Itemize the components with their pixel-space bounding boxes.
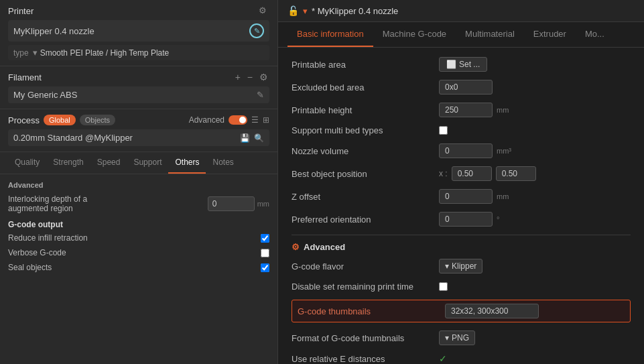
filament-gear-button[interactable]: ⚙ [258,72,269,82]
filament-add-button[interactable]: + [234,72,242,82]
filament-section: Filament + − ⚙ My Generic ABS ✎ [0,66,277,109]
support-multi-label: Support multi bed types [292,125,439,135]
objects-tag[interactable]: Objects [80,115,115,125]
x-label: x : [439,169,448,178]
process-list-icon[interactable]: ☰ [251,115,259,125]
gcode-flavor-dropdown-icon: ▾ [445,261,449,271]
best-object-x-input[interactable] [452,166,492,181]
best-object-y-input[interactable] [496,166,536,181]
disable-remaining-row: Disable set remaining print time [292,282,631,292]
verbose-gcode-label: Verbose G-code [8,248,261,257]
left-tabs: Quality Strength Speed Support Others No… [0,152,277,174]
tab-others[interactable]: Others [168,152,206,174]
disable-remaining-label: Disable set remaining print time [292,282,439,292]
advanced-toggle-label: Advanced [189,115,224,125]
tab-support[interactable]: Support [127,152,168,174]
right-title: * MyKlipper 0.4 nozzle [312,6,398,16]
tab-multimaterial[interactable]: Multimaterial [456,22,524,47]
right-content: Printable area ⬜ Set ... Excluded bed ar… [278,48,644,364]
process-label: Process [8,115,40,125]
right-titlebar: 🔓 ▾ * MyKlipper 0.4 nozzle [278,0,644,22]
excluded-bed-label: Excluded bed area [292,82,439,93]
use-relative-row: Use relative E distances ✓ [292,353,631,364]
nozzle-volume-input[interactable] [439,143,493,158]
excluded-bed-row: Excluded bed area [292,80,631,95]
excluded-bed-input[interactable] [439,80,493,95]
printable-area-value: ⬜ Set ... [439,57,487,72]
interlocking-label: Interlocking depth of a augmented region [8,194,208,213]
filament-row[interactable]: My Generic ABS ✎ [8,86,269,103]
z-offset-value: mm [439,189,509,204]
disable-remaining-checkbox[interactable] [439,282,448,291]
right-panel: 🔓 ▾ * MyKlipper 0.4 nozzle Basic informa… [278,0,644,364]
tab-machine-gcode[interactable]: Machine G-code [373,22,456,47]
nozzle-volume-label: Nozzle volume [292,146,439,156]
nozzle-volume-unit: mm³ [497,147,511,155]
advanced-section: ⚙ Advanced G-code flavor ▾ Klipper Disab… [292,242,631,364]
z-offset-row: Z offset mm [292,189,631,204]
interlocking-setting-row: Interlocking depth of a augmented region… [8,194,269,213]
format-dropdown-icon: ▾ [445,333,449,343]
use-relative-value: ✓ [439,353,447,364]
printer-section-header: Printer ⚙ [8,5,269,16]
tab-basic-info[interactable]: Basic information [287,22,373,47]
preferred-orientation-input[interactable] [439,212,493,227]
tab-notes[interactable]: Notes [206,152,240,174]
verbose-gcode-row: Verbose G-code [8,248,269,257]
left-panel: Printer ⚙ MyKlipper 0.4 nozzle ✎ type ▾ … [0,0,278,364]
process-grid-icon[interactable]: ⊞ [263,115,269,125]
z-offset-label: Z offset [292,192,439,202]
gcode-thumbnails-label: G-code thumbnails [298,306,445,316]
divider [292,235,631,235]
seal-objects-checkbox[interactable] [261,263,269,272]
support-multi-checkbox[interactable] [439,126,448,135]
printer-gear-icon[interactable]: ⚙ [259,5,269,16]
set-button[interactable]: ⬜ Set ... [439,57,487,72]
tab-quality[interactable]: Quality [8,152,46,174]
reduce-infill-checkbox[interactable] [261,234,269,243]
global-tag[interactable]: Global [44,115,76,125]
printable-height-input[interactable] [439,103,493,117]
printable-height-row: Printable height mm [292,103,631,117]
filament-title: Filament [8,72,42,82]
interlocking-input[interactable] [208,196,255,211]
advanced-section-title: ⚙ Advanced [292,242,631,252]
best-object-row: Best object position x : [292,166,631,181]
disable-remaining-value [439,282,448,291]
gcode-thumbnails-input[interactable] [445,304,539,318]
filament-name: My Generic ABS [13,90,77,100]
process-row[interactable]: 0.20mm Standard @MyKlipper 💾 🔍 [8,129,269,146]
printer-row[interactable]: MyKlipper 0.4 nozzle ✎ [8,20,269,42]
best-object-label: Best object position [292,169,439,179]
nozzle-volume-row: Nozzle volume mm³ [292,143,631,158]
printable-area-row: Printable area ⬜ Set ... [292,57,631,72]
left-content: Advanced Interlocking depth of a augment… [0,174,277,364]
advanced-toggle[interactable] [229,115,247,125]
z-offset-input[interactable] [439,189,493,204]
tab-strength[interactable]: Strength [46,152,90,174]
process-header: Process Global Objects Advanced ☰ ⊞ [8,115,269,125]
filament-remove-button[interactable]: − [246,72,254,82]
tab-more[interactable]: Mo... [576,22,614,47]
preferred-orientation-row: Preferred orientation ° [292,212,631,227]
gcode-flavor-value: ▾ Klipper [439,259,482,274]
format-thumbnails-dropdown[interactable]: ▾ PNG [439,330,475,345]
tab-extruder[interactable]: Extruder [524,22,576,47]
plate-label: type [13,48,29,58]
gcode-thumbnails-row: G-code thumbnails [292,300,631,322]
verbose-gcode-checkbox[interactable] [261,249,269,257]
tab-speed[interactable]: Speed [90,152,127,174]
printable-height-value: mm [439,103,509,117]
filament-header: Filament + − ⚙ [8,72,269,82]
asterisk: ▾ [303,6,308,16]
printable-area-label: Printable area [292,60,439,70]
gcode-thumbnails-value [445,304,539,318]
process-search-icon[interactable]: 🔍 [254,133,264,143]
printer-edit-button[interactable]: ✎ [249,23,264,38]
use-relative-check: ✓ [439,353,447,364]
plate-row: type ▾ Smooth PEI Plate / High Temp Plat… [8,45,269,60]
filament-edit-icon[interactable]: ✎ [257,90,264,100]
gcode-flavor-dropdown[interactable]: ▾ Klipper [439,259,482,274]
process-profile-name: 0.20mm Standard @MyKlipper [13,133,133,143]
process-save-icon[interactable]: 💾 [240,133,250,143]
